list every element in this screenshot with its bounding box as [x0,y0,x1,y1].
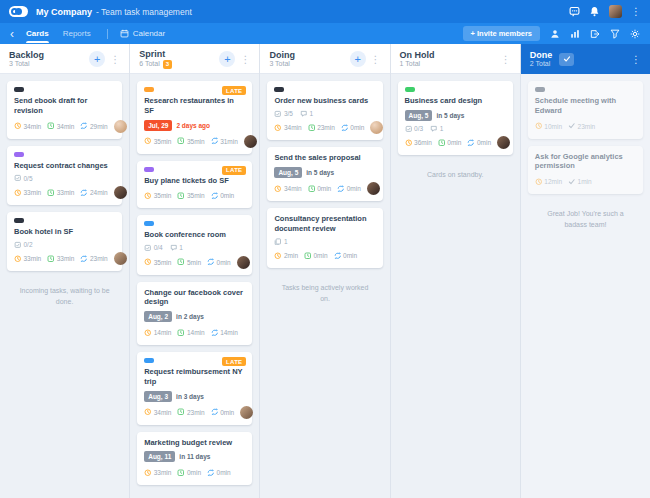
estimated-time: 35min [177,192,204,200]
logged-time: 36min [405,139,432,147]
column-sprint: Sprint 6 Total3 + ⋮ LATEResearch restaur… [130,44,260,498]
column-title: Backlog [9,50,44,60]
card[interactable]: Consultancy presentation document review… [267,208,382,268]
column-title-group: On Hold 1 Total [400,50,435,68]
column-body: LATEResearch restaurantes in SFJul, 292 … [130,74,259,498]
due-note: in 5 days [306,169,334,176]
done-check-badge[interactable] [559,53,574,66]
comment-icon [430,125,438,133]
cycle-time: 0min [211,192,235,200]
notifications-bell-icon[interactable] [589,6,600,17]
column-menu-icon[interactable]: ⋮ [108,54,122,65]
card[interactable]: LATERequest reimbursement NY tripAug, 3i… [137,352,252,425]
card[interactable]: Send ebook draft for revision34min34min2… [7,81,122,139]
estimated-time: 0min [304,252,328,260]
card[interactable]: Order new business cards3/5134min23min0m… [267,81,382,140]
logged-time-icon [14,255,22,263]
export-icon[interactable] [590,29,600,39]
card[interactable]: Book conference room0/4135min5min0min [137,215,252,274]
card[interactable]: Book hotel in SF0/233min33min23min [7,212,122,271]
card[interactable]: Request contract changes0/533min33min24m… [7,146,122,205]
logged-time-icon [405,139,413,147]
card[interactable]: LATEBuy plane tickets do SF35min35min0mi… [137,161,252,209]
logged-time: 33min [144,469,171,477]
cycle-time-icon [80,122,88,130]
due-note: 2 days ago [176,122,210,129]
add-card-button[interactable]: + [350,51,366,67]
topbar-menu-icon[interactable]: ⋮ [631,7,641,17]
card-times-row: 33min33min24min [14,186,115,199]
settings-gear-icon[interactable] [630,29,640,39]
card-label-row [144,221,245,226]
column-menu-icon[interactable]: ⋮ [238,54,252,65]
estimated-time: 34min [47,122,74,130]
card-label-row [14,218,115,223]
tab-calendar[interactable]: Calendar [120,29,165,38]
column-menu-icon[interactable]: ⋮ [369,54,383,65]
card-label [14,218,24,223]
card-label [144,167,154,172]
tab-cards[interactable]: Cards [26,24,49,43]
nav-divider [107,29,108,39]
cycle-time-icon [341,124,349,132]
card[interactable]: Marketing budget reviewAug, 11in 11 days… [137,432,252,486]
column-footer-note: Tasks being actively worked on. [267,275,382,313]
assignee-avatar [114,252,127,265]
due-date-chip: Aug, 11 [144,451,175,462]
checklist-count: 3/5 [274,110,293,118]
card-times-row: 34min34min29min [14,120,115,133]
card-title: Request contract changes [14,161,115,171]
card[interactable]: LATEResearch restaurantes in SFJul, 292 … [137,81,252,154]
column-header: Doing 3 Total + ⋮ [260,44,389,74]
card-label-row [535,87,636,92]
logged-time: 34min [14,122,41,130]
estimated-time: 23min [177,408,204,416]
estimated-time: 0min [177,469,201,477]
card-times-row: 33min33min23min [14,252,115,265]
card-title: Ask for Google analytics permission [535,152,636,172]
analytics-icon[interactable] [570,29,580,39]
late-badge: LATE [222,86,246,95]
assignee-avatar [237,256,250,269]
add-card-button[interactable]: + [89,51,105,67]
checklist-icon [14,241,22,249]
card-times-row: 34min23min0min [274,121,375,134]
logged-time-icon [144,258,152,266]
attachment-icon [274,238,282,246]
card[interactable]: Ask for Google analytics permission12min… [528,146,643,195]
messages-icon[interactable] [569,6,580,17]
cycle-time-icon [80,255,88,263]
logged-time: 35min [144,192,171,200]
card[interactable]: Change our facebook cover designAug, 2in… [137,282,252,346]
filter-icon[interactable] [610,29,620,39]
card[interactable]: Schedule meeting with Edward10min23min [528,81,643,139]
card-title: Business card design [405,96,506,106]
column-menu-icon[interactable]: ⋮ [629,54,643,65]
column-title: Done [530,50,553,60]
members-icon[interactable] [550,29,560,39]
estimated-time-icon [47,189,55,197]
logged-time: 34min [274,185,301,193]
comments-count: 1 [170,244,183,252]
card-title: Book conference room [144,230,245,240]
card[interactable]: Business card designAug, 5in 5 days0/313… [398,81,513,155]
back-chevron-icon[interactable]: ‹ [10,28,14,40]
card-title: Consultancy presentation document review [274,214,375,234]
user-avatar[interactable] [609,5,622,18]
tab-reports[interactable]: Reports [63,24,91,43]
app-logo-icon [9,6,28,17]
card-times-row: 10min23min [535,120,636,133]
logged-time: 33min [14,255,41,263]
due-date-chip: Aug, 3 [144,391,172,402]
due-date-chip: Aug, 5 [405,110,433,121]
card-meta-row: 0/2 [14,241,115,249]
add-card-button[interactable]: + [219,51,235,67]
column-menu-icon[interactable]: ⋮ [499,54,513,65]
cycle-time: 24min [80,189,107,197]
card[interactable]: Send the sales proposalAug, 5in 5 days34… [267,147,382,201]
invite-members-button[interactable]: + Invite members [463,26,541,41]
card-title: Request reimbursement NY trip [144,367,245,387]
assignee-avatar [240,406,253,419]
card-label [144,221,154,226]
column-count: 1 Total [400,60,435,68]
